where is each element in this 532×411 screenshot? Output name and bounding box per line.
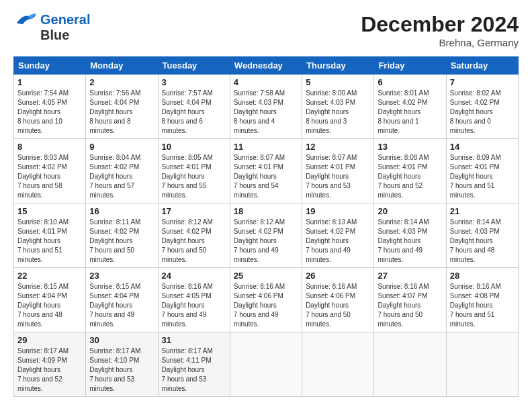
table-row: 2 Sunrise: 7:56 AM Sunset: 4:04 PM Dayli… <box>86 75 158 139</box>
col-tuesday: Tuesday <box>158 57 230 75</box>
table-row: 3 Sunrise: 7:57 AM Sunset: 4:04 PM Dayli… <box>158 75 230 139</box>
table-row: 16 Sunrise: 8:11 AM Sunset: 4:02 PM Dayl… <box>86 203 158 268</box>
table-row: 9 Sunrise: 8:04 AM Sunset: 4:02 PM Dayli… <box>86 139 158 203</box>
day-detail: Sunrise: 8:02 AM Sunset: 4:02 PM Dayligh… <box>450 89 515 136</box>
table-row <box>446 332 518 397</box>
table-row: 31 Sunrise: 8:17 AM Sunset: 4:11 PM Dayl… <box>158 332 230 397</box>
table-row: 29 Sunrise: 8:17 AM Sunset: 4:09 PM Dayl… <box>14 332 86 397</box>
day-number: 29 <box>17 335 82 345</box>
table-row: 25 Sunrise: 8:16 AM Sunset: 4:06 PM Dayl… <box>230 268 302 332</box>
day-number: 9 <box>89 142 154 152</box>
day-detail: Sunrise: 8:12 AM Sunset: 4:02 PM Dayligh… <box>234 218 298 265</box>
table-row <box>374 332 446 397</box>
table-row: 19 Sunrise: 8:13 AM Sunset: 4:02 PM Dayl… <box>302 203 374 268</box>
calendar-table: Sunday Monday Tuesday Wednesday Thursday… <box>13 56 519 397</box>
day-number: 31 <box>162 335 226 345</box>
day-number: 26 <box>306 271 370 281</box>
day-number: 12 <box>306 142 370 152</box>
day-number: 20 <box>378 206 442 216</box>
day-detail: Sunrise: 8:01 AM Sunset: 4:02 PM Dayligh… <box>378 89 442 136</box>
table-row: 5 Sunrise: 8:00 AM Sunset: 4:03 PM Dayli… <box>302 75 374 139</box>
day-number: 5 <box>306 77 370 87</box>
day-number: 19 <box>306 206 370 216</box>
header: General Blue December 2024 Brehna, Germa… <box>13 12 519 48</box>
day-number: 24 <box>162 271 226 281</box>
table-row: 6 Sunrise: 8:01 AM Sunset: 4:02 PM Dayli… <box>374 75 446 139</box>
col-friday: Friday <box>374 57 446 75</box>
day-detail: Sunrise: 8:14 AM Sunset: 4:03 PM Dayligh… <box>378 218 442 265</box>
day-detail: Sunrise: 8:15 AM Sunset: 4:04 PM Dayligh… <box>89 282 154 329</box>
month-title: December 2024 <box>361 12 519 37</box>
day-detail: Sunrise: 8:12 AM Sunset: 4:02 PM Dayligh… <box>162 218 226 265</box>
day-number: 30 <box>89 335 154 345</box>
col-wednesday: Wednesday <box>230 57 302 75</box>
table-row: 18 Sunrise: 8:12 AM Sunset: 4:02 PM Dayl… <box>230 203 302 268</box>
day-number: 7 <box>450 77 515 87</box>
table-row: 8 Sunrise: 8:03 AM Sunset: 4:02 PM Dayli… <box>14 139 86 203</box>
day-detail: Sunrise: 8:07 AM Sunset: 4:01 PM Dayligh… <box>306 153 370 200</box>
table-row: 30 Sunrise: 8:17 AM Sunset: 4:10 PM Dayl… <box>86 332 158 397</box>
day-detail: Sunrise: 8:08 AM Sunset: 4:01 PM Dayligh… <box>378 153 442 200</box>
table-row: 4 Sunrise: 7:58 AM Sunset: 4:03 PM Dayli… <box>230 75 302 139</box>
day-number: 4 <box>234 77 298 87</box>
day-number: 21 <box>450 206 515 216</box>
day-number: 13 <box>378 142 442 152</box>
day-number: 8 <box>17 142 82 152</box>
calendar-header-row: Sunday Monday Tuesday Wednesday Thursday… <box>14 57 519 75</box>
day-number: 28 <box>450 271 515 281</box>
logo-general: General <box>40 12 90 28</box>
day-number: 27 <box>378 271 442 281</box>
day-detail: Sunrise: 8:17 AM Sunset: 4:09 PM Dayligh… <box>17 347 82 394</box>
logo-blue: Blue <box>40 28 69 43</box>
table-row: 28 Sunrise: 8:16 AM Sunset: 4:08 PM Dayl… <box>446 268 518 332</box>
table-row: 10 Sunrise: 8:05 AM Sunset: 4:01 PM Dayl… <box>158 139 230 203</box>
day-detail: Sunrise: 7:58 AM Sunset: 4:03 PM Dayligh… <box>234 89 298 136</box>
day-number: 25 <box>234 271 298 281</box>
day-number: 2 <box>89 77 154 87</box>
day-detail: Sunrise: 7:54 AM Sunset: 4:05 PM Dayligh… <box>17 89 82 136</box>
day-detail: Sunrise: 8:05 AM Sunset: 4:01 PM Dayligh… <box>162 153 226 200</box>
day-detail: Sunrise: 8:16 AM Sunset: 4:08 PM Dayligh… <box>450 282 515 329</box>
day-detail: Sunrise: 8:04 AM Sunset: 4:02 PM Dayligh… <box>89 153 154 200</box>
calendar-week-row: 29 Sunrise: 8:17 AM Sunset: 4:09 PM Dayl… <box>14 332 519 397</box>
table-row: 7 Sunrise: 8:02 AM Sunset: 4:02 PM Dayli… <box>446 75 518 139</box>
day-detail: Sunrise: 8:00 AM Sunset: 4:03 PM Dayligh… <box>306 89 370 136</box>
table-row: 27 Sunrise: 8:16 AM Sunset: 4:07 PM Dayl… <box>374 268 446 332</box>
title-block: December 2024 Brehna, Germany <box>361 12 519 48</box>
day-detail: Sunrise: 8:17 AM Sunset: 4:11 PM Dayligh… <box>162 347 226 394</box>
table-row: 24 Sunrise: 8:16 AM Sunset: 4:05 PM Dayl… <box>158 268 230 332</box>
table-row: 22 Sunrise: 8:15 AM Sunset: 4:04 PM Dayl… <box>14 268 86 332</box>
table-row <box>302 332 374 397</box>
day-number: 6 <box>378 77 442 87</box>
day-detail: Sunrise: 8:16 AM Sunset: 4:06 PM Dayligh… <box>306 282 370 329</box>
table-row: 1 Sunrise: 7:54 AM Sunset: 4:05 PM Dayli… <box>14 75 86 139</box>
day-detail: Sunrise: 8:16 AM Sunset: 4:07 PM Dayligh… <box>378 282 442 329</box>
day-detail: Sunrise: 7:56 AM Sunset: 4:04 PM Dayligh… <box>89 89 154 136</box>
col-saturday: Saturday <box>446 57 518 75</box>
calendar-week-row: 8 Sunrise: 8:03 AM Sunset: 4:02 PM Dayli… <box>14 139 519 203</box>
logo: General Blue <box>13 12 90 43</box>
table-row: 11 Sunrise: 8:07 AM Sunset: 4:01 PM Dayl… <box>230 139 302 203</box>
table-row: 21 Sunrise: 8:14 AM Sunset: 4:03 PM Dayl… <box>446 203 518 268</box>
table-row: 26 Sunrise: 8:16 AM Sunset: 4:06 PM Dayl… <box>302 268 374 332</box>
calendar-week-row: 15 Sunrise: 8:10 AM Sunset: 4:01 PM Dayl… <box>14 203 519 268</box>
col-thursday: Thursday <box>302 57 374 75</box>
day-number: 15 <box>17 206 82 216</box>
day-detail: Sunrise: 8:03 AM Sunset: 4:02 PM Dayligh… <box>17 153 82 200</box>
day-number: 23 <box>89 271 154 281</box>
table-row <box>230 332 302 397</box>
table-row: 13 Sunrise: 8:08 AM Sunset: 4:01 PM Dayl… <box>374 139 446 203</box>
table-row: 12 Sunrise: 8:07 AM Sunset: 4:01 PM Dayl… <box>302 139 374 203</box>
day-number: 3 <box>162 77 226 87</box>
day-detail: Sunrise: 8:15 AM Sunset: 4:04 PM Dayligh… <box>17 282 82 329</box>
day-detail: Sunrise: 8:16 AM Sunset: 4:05 PM Dayligh… <box>162 282 226 329</box>
location: Brehna, Germany <box>361 37 519 48</box>
day-detail: Sunrise: 7:57 AM Sunset: 4:04 PM Dayligh… <box>162 89 226 136</box>
page: General Blue December 2024 Brehna, Germa… <box>0 0 532 404</box>
day-detail: Sunrise: 8:16 AM Sunset: 4:06 PM Dayligh… <box>234 282 298 329</box>
calendar-week-row: 1 Sunrise: 7:54 AM Sunset: 4:05 PM Dayli… <box>14 75 519 139</box>
day-number: 14 <box>450 142 515 152</box>
day-number: 18 <box>234 206 298 216</box>
table-row: 17 Sunrise: 8:12 AM Sunset: 4:02 PM Dayl… <box>158 203 230 268</box>
day-number: 16 <box>89 206 154 216</box>
